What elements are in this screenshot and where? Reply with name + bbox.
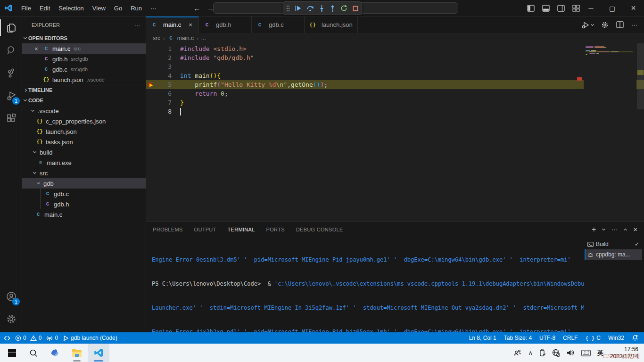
editor-gear-icon[interactable] [601,21,609,29]
restart-icon[interactable] [340,5,347,12]
source-control-activity-icon[interactable] [0,62,22,84]
editor-scrollbar[interactable] [637,43,644,222]
tree-file-tasks-json[interactable]: {} tasks.json [22,137,146,147]
remote-indicator-icon[interactable] [4,335,10,341]
code-workspace-header[interactable]: CODE [22,95,146,106]
tree-file-gdb-h[interactable]: C gdb.h [22,199,146,209]
maximize-panel-icon[interactable] [624,228,627,231]
language-mode-status[interactable]: { } C [585,335,601,341]
explorer-activity-icon[interactable] [0,16,22,39]
toggle-secondary-sidebar-icon[interactable] [557,5,565,12]
open-editor-gdb-c[interactable]: C gdb.c src\gdb [22,64,146,74]
encoding-status[interactable]: UTF-8 [539,335,555,341]
tab-problems[interactable]: PROBLEMS [153,222,183,237]
split-editor-icon[interactable] [616,21,624,28]
notifications-bell-icon[interactable] [632,335,638,341]
code-line-cursor[interactable]: 8 [146,107,644,116]
ime-indicator[interactable]: 英 [597,349,603,357]
stop-icon[interactable] [352,5,359,12]
people-tray-icon[interactable] [513,349,521,356]
back-icon[interactable]: ← [193,4,200,12]
drag-grip-icon[interactable] [286,5,290,12]
menu-selection[interactable]: Selection [55,3,87,14]
tree-folder-gdb[interactable]: gdb [22,178,146,189]
menu-view[interactable]: View [89,3,109,14]
panel-more-icon[interactable]: ··· [611,226,618,233]
tab-terminal[interactable]: TERMINAL [228,222,255,237]
problems-status[interactable]: 0 0 [15,335,41,341]
debug-session-status[interactable]: gdb launch (Code) [63,335,117,341]
tab-output[interactable]: OUTPUT [194,222,216,237]
tab-ports[interactable]: PORTS [266,222,285,237]
step-over-icon[interactable] [306,5,314,12]
explorer-more-icon[interactable]: ··· [135,22,140,28]
menu-file[interactable]: File [17,3,35,14]
menu-edit[interactable]: Edit [36,3,54,14]
menu-run[interactable]: Run [127,3,146,14]
tab-gdb-h[interactable]: C gdb.h [199,16,252,33]
code-line[interactable]: 7} [146,98,644,107]
terminal-item-build[interactable]: Build ✓ [585,239,642,249]
tree-folder-build[interactable]: build [22,147,146,157]
network-globe-tray-icon[interactable] [552,349,560,357]
tab-main-c[interactable]: C main.c × [146,16,199,33]
usb-device-tray-icon[interactable] [539,349,545,357]
extensions-activity-icon[interactable] [0,107,22,130]
tab-launch-json[interactable]: {} launch.json [305,16,358,33]
terminal-item-cppdbg[interactable]: cppdbg: ma... [585,249,642,260]
start-button[interactable] [1,344,23,362]
menu-go[interactable]: Go [110,3,126,14]
close-editor-icon[interactable]: × [33,45,40,52]
eol-status[interactable]: CRLF [563,335,578,341]
run-debug-activity-icon[interactable]: 1 [0,84,22,107]
maximize-icon[interactable]: ▢ [602,0,623,16]
toggle-panel-icon[interactable] [542,5,550,12]
close-icon[interactable]: × [623,0,644,16]
timeline-header[interactable]: TIMELINE [22,85,146,95]
show-hidden-icons[interactable]: ∧ [528,349,533,356]
continue-icon[interactable] [295,5,302,12]
tree-folder-vscode[interactable]: .vscode [22,106,146,116]
terminal-output[interactable]: Engine-Error-0esinbl3.dm5' '--pid=Micros… [152,240,584,332]
taskbar-clock[interactable]: 17:56 2023/12/14 [610,346,638,360]
editor-more-actions-icon[interactable]: ··· [631,21,637,28]
open-editors-header[interactable]: OPEN EDITORS [22,33,146,43]
code-line[interactable]: 1#include <stdio.h> [146,44,644,53]
tree-file-gdb-c[interactable]: C gdb.c [22,189,146,199]
touch-keyboard-tray-icon[interactable] [581,350,591,356]
terminal-dropdown-icon[interactable] [602,227,605,230]
platform-status[interactable]: Win32 [608,335,624,341]
taskbar-app-icon[interactable] [44,344,66,362]
open-editor-main-c[interactable]: × C main.c src [22,43,146,54]
search-activity-icon[interactable] [0,39,22,62]
menu-overflow-icon[interactable]: ··· [147,3,160,14]
tree-file-c-cpp-properties[interactable]: {} c_cpp_properties.json [22,116,146,126]
code-line-breakpoint-hit[interactable]: ▶ 5 printf("Hello Kitty %d\n",getOne()); [146,80,644,89]
accounts-icon[interactable]: 1 [0,285,22,308]
tree-file-main-exe[interactable]: ≡ main.exe [22,157,146,168]
code-line[interactable]: 2#include "gdb/gdb.h" [146,53,644,62]
toggle-sidebar-icon[interactable] [527,5,535,12]
code-line[interactable]: 3 [146,62,644,71]
open-editor-gdb-h[interactable]: C gdb.h src\gdb [22,54,146,64]
tree-file-launch-json[interactable]: {} launch.json [22,126,146,137]
taskbar-file-explorer-icon[interactable] [66,344,88,362]
breakpoint-current-line-icon[interactable]: ▶ [148,82,153,88]
tree-file-main-c[interactable]: C main.c [22,209,146,220]
customize-layout-icon[interactable] [572,5,580,12]
volume-tray-icon[interactable] [567,349,575,356]
tab-size-status[interactable]: Tab Size: 4 [504,335,532,341]
taskbar-vscode-icon[interactable] [88,344,109,362]
minimize-icon[interactable]: ─ [580,0,602,16]
taskbar-search-icon[interactable] [23,344,44,362]
tab-debug-console[interactable]: DEBUG CONSOLE [296,222,343,237]
breadcrumb[interactable]: src › C main.c › ... [146,33,644,43]
cursor-position-status[interactable]: Ln 8, Col 1 [469,335,496,341]
run-debug-file-button[interactable] [582,21,594,29]
settings-gear-icon[interactable] [0,308,22,330]
ports-status[interactable]: 0 [46,335,58,341]
code-line[interactable]: 6 return 0; [146,89,644,98]
close-panel-icon[interactable]: × [633,225,637,233]
code-editor[interactable]: 1#include <stdio.h> 2#include "gdb/gdb.h… [146,43,644,222]
minimap[interactable] [584,43,636,222]
